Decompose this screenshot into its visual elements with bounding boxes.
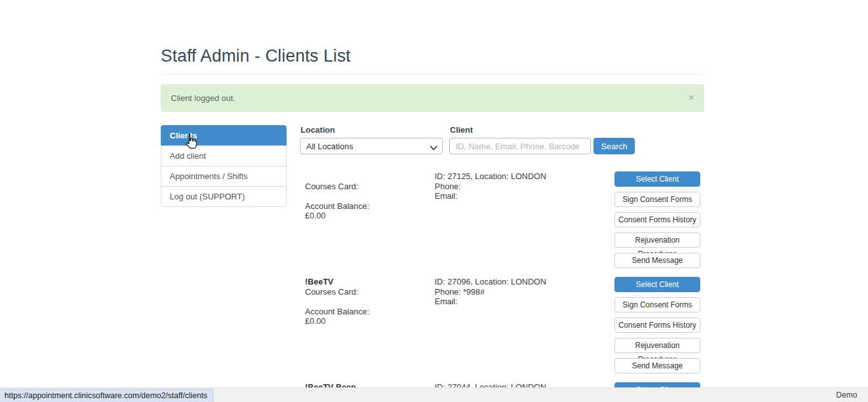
consent-forms-history-button[interactable]: Consent Forms History [614,318,700,333]
location-select[interactable]: All Locations [300,138,443,154]
client-email: Email: [435,191,614,201]
account-balance-value: £0.00 [305,211,435,221]
client-id-location: ID: 27096, Location: LONDON [435,277,614,287]
sidebar-item-logout[interactable]: Log out (SUPPORT) [161,186,287,207]
page-title: Staff Admin - Clients List [161,46,704,66]
sidebar-item-clients[interactable]: Clients [161,125,287,146]
screen: Staff Admin - Clients List Client logged… [0,0,868,402]
sign-consent-forms-button[interactable]: Sign Consent Forms [614,192,700,207]
page-container: Staff Admin - Clients List Client logged… [161,0,704,402]
rejuvenation-procedures-button[interactable]: Rejuvenation Procedures [614,232,700,248]
consent-forms-history-button[interactable]: Consent Forms History [614,212,700,227]
client-search-input[interactable] [449,138,591,154]
rejuvenation-procedures-button[interactable]: Rejuvenation Procedures [614,338,700,353]
content: Clients Add client Appointments / Shifts… [161,125,704,402]
client-phone: Phone: [435,182,614,192]
client-summary-column: Courses Card: Account Balance: £0.00 [300,171,435,268]
select-client-button[interactable]: Select Client [614,277,700,292]
client-row: Courses Card: Account Balance: £0.00 ID:… [300,171,704,268]
client-list: Courses Card: Account Balance: £0.00 ID:… [300,171,704,402]
alert-message: Client logged out. [171,93,235,103]
alert-close-icon[interactable]: × [688,92,695,103]
courses-card-label: Courses Card: [305,287,435,297]
send-message-button[interactable]: Send Message [614,358,700,373]
client-details-column: ID: 27096, Location: LONDON Phone: *998#… [435,277,614,373]
sidebar-menu: Clients Add client Appointments / Shifts… [161,125,287,207]
sign-consent-forms-button[interactable]: Sign Consent Forms [614,297,700,312]
client-phone: Phone: *998# [435,287,614,297]
filter-bar: Location All Locations Client Search [300,125,704,154]
main-panel: Location All Locations Client Search [300,125,704,402]
account-balance-label: Account Balance: [305,201,435,211]
client-actions-column: Select Client Sign Consent Forms Consent… [614,277,704,373]
client-details-column: ID: 27125, Location: LONDON Phone: Email… [435,171,614,268]
client-actions-column: Select Client Sign Consent Forms Consent… [614,171,704,268]
client-label: Client [450,125,591,135]
client-email: Email: [435,297,614,307]
location-label: Location [301,125,443,135]
send-message-button[interactable]: Send Message [614,253,700,268]
status-strip: https://appointment.clinicsoftware.com/d… [0,387,868,402]
client-name: !BeeTV [305,277,435,287]
link-url-tooltip: https://appointment.clinicsoftware.com/d… [0,389,214,402]
account-balance-value: £0.00 [305,316,435,326]
client-name [305,171,435,182]
courses-card-label: Courses Card: [305,182,435,192]
select-client-button[interactable]: Select Client [614,171,700,187]
client-summary-column: !BeeTV Courses Card: Account Balance: £0… [300,277,435,373]
search-button[interactable]: Search [593,138,635,154]
demo-label: Demo [836,391,857,399]
location-filter-group: Location All Locations [300,125,443,154]
sidebar: Clients Add client Appointments / Shifts… [161,125,287,402]
client-row: !BeeTV Courses Card: Account Balance: £0… [300,277,704,373]
title-divider [161,74,704,75]
client-id-location: ID: 27125, Location: LONDON [435,171,614,182]
location-select-wrap: All Locations [300,140,443,151]
sidebar-item-appointments-shifts[interactable]: Appointments / Shifts [161,166,287,187]
client-filter-group: Client [446,125,591,154]
account-balance-label: Account Balance: [305,307,435,317]
alert-success: Client logged out. × [161,84,704,112]
sidebar-item-add-client[interactable]: Add client [161,145,287,166]
